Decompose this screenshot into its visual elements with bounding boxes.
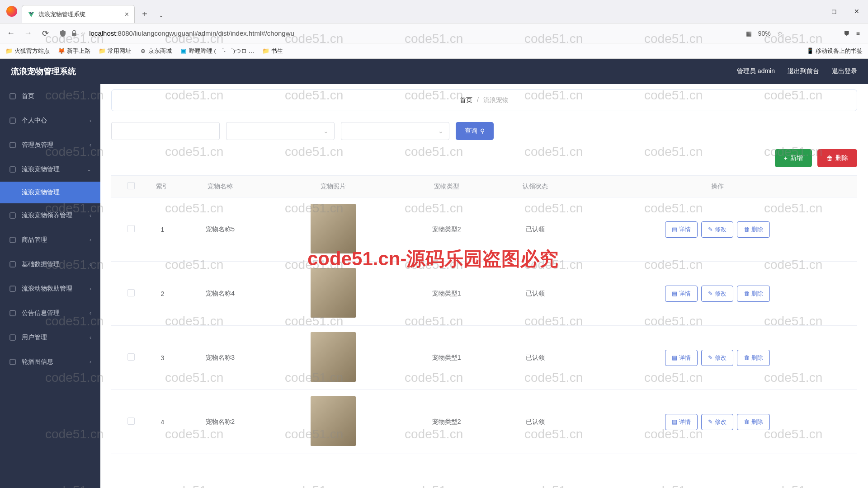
sidebar-item-users[interactable]: 用户管理‹ [0,325,100,350]
detail-button[interactable]: ▤详情 [665,414,698,430]
search-input[interactable] [111,122,220,140]
cell-name: 宠物名称5 [174,197,267,262]
firefox-icon [6,6,17,17]
lock-icon [71,30,78,37]
checkbox[interactable] [127,182,135,189]
minimize-button[interactable]: — [800,4,823,19]
detail-button[interactable]: ▤详情 [665,221,698,238]
tab-title: 流浪宠物管理系统 [38,10,121,19]
cell-status: 已认领 [493,197,578,262]
sidebar-item-rescue[interactable]: 流浪动物救助管理‹ [0,277,100,301]
detail-icon: ▤ [672,226,677,233]
chevron-down-icon: ⌄ [438,127,443,135]
row-delete-button[interactable]: 🗑删除 [737,414,770,430]
menu-icon[interactable]: ≡ [856,30,860,37]
edit-icon: ✎ [708,290,713,297]
checkbox-header[interactable] [111,176,151,197]
column-header: 宠物类型 [400,176,493,197]
sidebar-item-admin[interactable]: 管理员管理‹ [0,133,100,157]
maximize-button[interactable]: ◻ [823,4,845,19]
row-delete-button[interactable]: 🗑删除 [737,221,770,238]
row-delete-button[interactable]: 🗑删除 [737,286,770,302]
cell-status: 已认领 [493,262,578,326]
cell-type: 宠物类型2 [400,197,493,262]
zoom-level[interactable]: 90% [758,30,771,37]
sidebar-submenu-active[interactable]: 流浪宠物管理 [0,182,100,203]
bookmark-item[interactable]: 📁火狐官方站点 [5,47,50,55]
row-checkbox[interactable] [127,225,135,232]
bookmark-item[interactable]: 📁常用网址 [99,47,131,55]
breadcrumb-home[interactable]: 首页 [460,96,472,103]
edit-button[interactable]: ✎修改 [701,414,733,430]
bookmark-item[interactable]: ⊕京东商城 [139,47,172,55]
bookmark-item[interactable]: 🦊新手上路 [58,47,90,55]
tabs-dropdown-icon[interactable]: ⌄ [152,12,170,19]
back-button[interactable]: ← [5,27,17,40]
type-select[interactable]: ⌄ [226,122,335,140]
chevron-left-icon: ‹ [90,334,91,341]
detail-icon: ▤ [672,418,677,425]
folder-icon: 📁 [5,47,13,55]
sidebar-item-home[interactable]: 首页 [0,84,100,108]
sidebar-item-pet[interactable]: 流浪宠物管理⌄ [0,157,100,182]
sidebar-item-label: 管理员管理 [22,141,84,149]
sidebar-item-adopt[interactable]: 流浪宠物领养管理‹ [0,203,100,228]
cell-index: 3 [151,326,174,390]
mobile-bookmarks[interactable]: 📱移动设备上的书签 [807,47,863,55]
edit-button[interactable]: ✎修改 [701,350,733,366]
sidebar-item-label: 用户管理 [22,333,84,342]
cell-index: 2 [151,262,174,326]
svg-rect-4 [10,213,15,218]
table-row: 2宠物名称4宠物类型1已认领▤详情✎修改🗑删除 [111,262,857,326]
cell-status: 已认领 [493,326,578,390]
home-icon [9,93,16,100]
url-box[interactable]: ◦◦ localhost:8080/liulangcongwuguanli/ad… [56,29,741,38]
detail-button[interactable]: ▤详情 [665,286,698,302]
close-window-button[interactable]: ✕ [845,4,868,19]
sidebar-item-goods[interactable]: 商品管理‹ [0,228,100,252]
logout-link[interactable]: 退出登录 [832,67,857,75]
bookmark-star-icon[interactable]: ☆ [777,30,783,37]
edit-button[interactable]: ✎修改 [701,221,733,238]
add-button[interactable]: +新增 [775,149,812,167]
table-row: 4宠物名称2宠物类型2已认领▤详情✎修改🗑删除 [111,390,857,454]
forward-button[interactable]: → [22,27,34,40]
edit-button[interactable]: ✎修改 [701,286,733,302]
row-checkbox[interactable] [127,289,135,296]
sidebar-item-banner[interactable]: 轮播图信息‹ [0,350,100,374]
main-content: 首页 / 流浪宠物 ⌄ ⌄ 查询⚲ +新增 🗑删除 索引宠物名称宠物照片宠物类型… [100,84,868,488]
cell-photo [267,390,400,454]
close-tab-icon[interactable]: × [125,10,129,19]
sidebar-item-user[interactable]: 个人中心‹ [0,108,100,133]
sidebar-item-label: 个人中心 [22,117,84,125]
users-icon [9,334,16,341]
edit-icon: ✎ [708,354,713,361]
delete-button[interactable]: 🗑删除 [817,149,857,167]
detail-button[interactable]: ▤详情 [665,350,698,366]
bookmark-item[interactable]: 📁书生 [262,47,283,55]
qr-icon[interactable]: ▦ [746,30,752,37]
svg-rect-9 [10,335,15,340]
row-delete-button[interactable]: 🗑删除 [737,350,770,366]
row-checkbox[interactable] [127,353,135,361]
sidebar-item-notice[interactable]: 公告信息管理‹ [0,301,100,325]
edit-icon: ✎ [708,418,713,425]
sidebar-item-data[interactable]: 基础数据管理‹ [0,252,100,277]
chevron-left-icon: ‹ [90,237,91,243]
status-select[interactable]: ⌄ [341,122,449,140]
permissions-icon[interactable]: ◦◦ [81,30,85,37]
browser-tab[interactable]: 流浪宠物管理系统 × [22,5,135,23]
bookmark-item[interactable]: ▣哔哩哔哩 ( ゜- ゜)つロ … [180,47,254,55]
query-button[interactable]: 查询⚲ [456,122,494,140]
svg-rect-5 [10,237,15,243]
row-checkbox[interactable] [127,418,135,425]
svg-rect-1 [10,118,15,123]
column-header: 宠物照片 [267,176,400,197]
new-tab-button[interactable]: + [137,7,152,21]
extension-icon[interactable]: ⛊ [844,30,850,37]
svg-rect-8 [10,310,15,316]
goto-frontend-link[interactable]: 退出到前台 [788,67,819,75]
reload-button[interactable]: ⟳ [39,27,52,40]
admin-label[interactable]: 管理员 admin [737,67,775,75]
cell-type: 宠物类型2 [400,390,493,454]
